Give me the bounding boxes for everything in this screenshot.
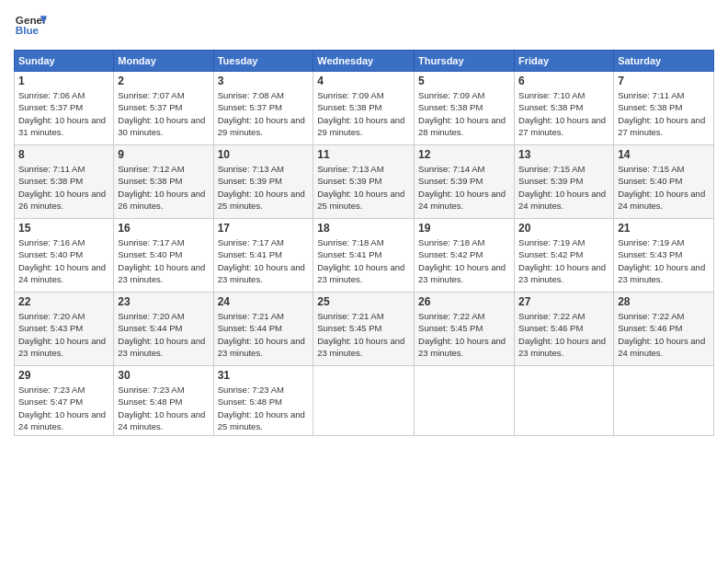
day-number: 11 xyxy=(317,148,410,161)
calendar-cell xyxy=(614,366,714,436)
day-info: Sunrise: 7:23 AMSunset: 5:48 PMDaylight:… xyxy=(218,384,310,432)
calendar-cell: 24Sunrise: 7:21 AMSunset: 5:44 PMDayligh… xyxy=(213,293,313,366)
calendar-cell: 12Sunrise: 7:14 AMSunset: 5:39 PMDayligh… xyxy=(415,145,515,219)
col-header-wednesday: Wednesday xyxy=(313,51,415,72)
calendar-cell: 21Sunrise: 7:19 AMSunset: 5:43 PMDayligh… xyxy=(614,219,714,293)
calendar-cell: 20Sunrise: 7:19 AMSunset: 5:42 PMDayligh… xyxy=(515,219,614,293)
day-number: 24 xyxy=(218,295,310,308)
day-info: Sunrise: 7:08 AMSunset: 5:37 PMDaylight:… xyxy=(218,89,310,138)
calendar-week-row: 15Sunrise: 7:16 AMSunset: 5:40 PMDayligh… xyxy=(15,219,714,293)
calendar-cell: 17Sunrise: 7:17 AMSunset: 5:41 PMDayligh… xyxy=(213,219,313,293)
day-info: Sunrise: 7:13 AMSunset: 5:39 PMDaylight:… xyxy=(317,163,410,212)
calendar-cell: 13Sunrise: 7:15 AMSunset: 5:39 PMDayligh… xyxy=(515,145,614,219)
day-number: 25 xyxy=(317,295,410,308)
calendar-cell: 9Sunrise: 7:12 AMSunset: 5:38 PMDaylight… xyxy=(114,145,213,219)
day-info: Sunrise: 7:19 AMSunset: 5:42 PMDaylight:… xyxy=(518,236,609,285)
day-info: Sunrise: 7:22 AMSunset: 5:45 PMDaylight:… xyxy=(418,310,510,359)
calendar-header-row: SundayMondayTuesdayWednesdayThursdayFrid… xyxy=(15,51,714,72)
day-number: 16 xyxy=(118,222,209,235)
calendar-cell: 26Sunrise: 7:22 AMSunset: 5:45 PMDayligh… xyxy=(415,293,515,366)
calendar-cell: 30Sunrise: 7:23 AMSunset: 5:48 PMDayligh… xyxy=(114,366,213,436)
calendar-cell: 31Sunrise: 7:23 AMSunset: 5:48 PMDayligh… xyxy=(213,366,313,436)
col-header-tuesday: Tuesday xyxy=(213,51,313,72)
col-header-sunday: Sunday xyxy=(15,51,114,72)
day-info: Sunrise: 7:16 AMSunset: 5:40 PMDaylight:… xyxy=(18,236,109,285)
day-info: Sunrise: 7:22 AMSunset: 5:46 PMDaylight:… xyxy=(518,310,609,359)
day-number: 5 xyxy=(418,75,510,87)
calendar-cell: 23Sunrise: 7:20 AMSunset: 5:44 PMDayligh… xyxy=(114,293,213,366)
day-number: 13 xyxy=(518,148,609,161)
day-number: 3 xyxy=(218,75,310,87)
day-number: 19 xyxy=(418,222,510,235)
calendar-cell: 22Sunrise: 7:20 AMSunset: 5:43 PMDayligh… xyxy=(15,293,114,366)
day-info: Sunrise: 7:19 AMSunset: 5:43 PMDaylight:… xyxy=(618,236,710,285)
calendar-cell: 7Sunrise: 7:11 AMSunset: 5:38 PMDaylight… xyxy=(614,72,714,145)
calendar-cell: 16Sunrise: 7:17 AMSunset: 5:40 PMDayligh… xyxy=(114,219,213,293)
day-number: 18 xyxy=(317,222,410,235)
day-number: 30 xyxy=(118,369,209,382)
calendar-week-row: 1Sunrise: 7:06 AMSunset: 5:37 PMDaylight… xyxy=(15,72,714,145)
day-number: 12 xyxy=(418,148,510,161)
day-info: Sunrise: 7:23 AMSunset: 5:48 PMDaylight:… xyxy=(118,384,209,432)
day-number: 8 xyxy=(18,148,109,161)
day-number: 17 xyxy=(218,222,310,235)
calendar-cell: 19Sunrise: 7:18 AMSunset: 5:42 PMDayligh… xyxy=(415,219,515,293)
calendar-cell: 15Sunrise: 7:16 AMSunset: 5:40 PMDayligh… xyxy=(15,219,114,293)
day-number: 6 xyxy=(518,75,609,87)
day-info: Sunrise: 7:20 AMSunset: 5:43 PMDaylight:… xyxy=(18,310,109,359)
col-header-thursday: Thursday xyxy=(415,51,515,72)
calendar-cell: 6Sunrise: 7:10 AMSunset: 5:38 PMDaylight… xyxy=(515,72,614,145)
day-number: 14 xyxy=(618,148,710,161)
day-number: 7 xyxy=(618,75,710,87)
day-number: 20 xyxy=(518,222,609,235)
day-info: Sunrise: 7:12 AMSunset: 5:38 PMDaylight:… xyxy=(118,163,209,212)
day-info: Sunrise: 7:11 AMSunset: 5:38 PMDaylight:… xyxy=(618,89,710,138)
calendar-table: SundayMondayTuesdayWednesdayThursdayFrid… xyxy=(14,50,714,436)
day-info: Sunrise: 7:18 AMSunset: 5:42 PMDaylight:… xyxy=(418,236,510,285)
header: General Blue xyxy=(14,9,714,42)
calendar-week-row: 22Sunrise: 7:20 AMSunset: 5:43 PMDayligh… xyxy=(15,293,714,366)
day-number: 2 xyxy=(118,75,209,87)
col-header-friday: Friday xyxy=(515,51,614,72)
day-info: Sunrise: 7:22 AMSunset: 5:46 PMDaylight:… xyxy=(618,310,710,359)
calendar-cell: 27Sunrise: 7:22 AMSunset: 5:46 PMDayligh… xyxy=(515,293,614,366)
day-info: Sunrise: 7:17 AMSunset: 5:40 PMDaylight:… xyxy=(118,236,209,285)
day-info: Sunrise: 7:17 AMSunset: 5:41 PMDaylight:… xyxy=(218,236,310,285)
calendar-cell: 29Sunrise: 7:23 AMSunset: 5:47 PMDayligh… xyxy=(15,366,114,436)
day-info: Sunrise: 7:21 AMSunset: 5:45 PMDaylight:… xyxy=(317,310,410,359)
day-info: Sunrise: 7:13 AMSunset: 5:39 PMDaylight:… xyxy=(218,163,310,212)
logo: General Blue xyxy=(14,9,47,42)
day-info: Sunrise: 7:11 AMSunset: 5:38 PMDaylight:… xyxy=(18,163,109,212)
calendar-cell: 8Sunrise: 7:11 AMSunset: 5:38 PMDaylight… xyxy=(15,145,114,219)
day-number: 9 xyxy=(118,148,209,161)
day-info: Sunrise: 7:07 AMSunset: 5:37 PMDaylight:… xyxy=(118,89,209,138)
day-info: Sunrise: 7:15 AMSunset: 5:39 PMDaylight:… xyxy=(518,163,609,212)
day-info: Sunrise: 7:21 AMSunset: 5:44 PMDaylight:… xyxy=(218,310,310,359)
day-info: Sunrise: 7:15 AMSunset: 5:40 PMDaylight:… xyxy=(618,163,710,212)
calendar-page: General Blue SundayMondayTuesdayWednesda… xyxy=(0,0,728,563)
calendar-cell: 18Sunrise: 7:18 AMSunset: 5:41 PMDayligh… xyxy=(313,219,415,293)
day-number: 28 xyxy=(618,295,710,308)
day-number: 10 xyxy=(218,148,310,161)
day-info: Sunrise: 7:23 AMSunset: 5:47 PMDaylight:… xyxy=(18,384,109,432)
day-number: 29 xyxy=(18,369,109,382)
calendar-cell: 3Sunrise: 7:08 AMSunset: 5:37 PMDaylight… xyxy=(213,72,313,145)
day-number: 22 xyxy=(18,295,109,308)
day-info: Sunrise: 7:10 AMSunset: 5:38 PMDaylight:… xyxy=(518,89,609,138)
calendar-cell: 5Sunrise: 7:09 AMSunset: 5:38 PMDaylight… xyxy=(415,72,515,145)
calendar-week-row: 8Sunrise: 7:11 AMSunset: 5:38 PMDaylight… xyxy=(15,145,714,219)
logo-icon: General Blue xyxy=(14,9,47,42)
calendar-cell xyxy=(313,366,415,436)
calendar-cell xyxy=(415,366,515,436)
calendar-cell: 11Sunrise: 7:13 AMSunset: 5:39 PMDayligh… xyxy=(313,145,415,219)
calendar-cell: 10Sunrise: 7:13 AMSunset: 5:39 PMDayligh… xyxy=(213,145,313,219)
day-number: 26 xyxy=(418,295,510,308)
day-number: 21 xyxy=(618,222,710,235)
day-info: Sunrise: 7:18 AMSunset: 5:41 PMDaylight:… xyxy=(317,236,410,285)
col-header-monday: Monday xyxy=(114,51,213,72)
calendar-week-row: 29Sunrise: 7:23 AMSunset: 5:47 PMDayligh… xyxy=(15,366,714,436)
day-info: Sunrise: 7:09 AMSunset: 5:38 PMDaylight:… xyxy=(418,89,510,138)
day-number: 4 xyxy=(317,75,410,87)
calendar-cell: 4Sunrise: 7:09 AMSunset: 5:38 PMDaylight… xyxy=(313,72,415,145)
day-info: Sunrise: 7:20 AMSunset: 5:44 PMDaylight:… xyxy=(118,310,209,359)
